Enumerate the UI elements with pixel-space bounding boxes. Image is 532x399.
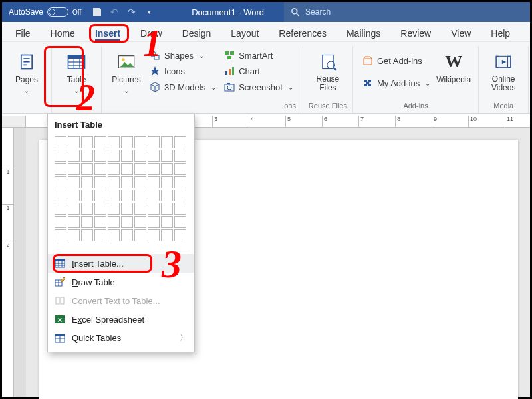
table-size-cell[interactable] [174,216,186,228]
table-size-cell[interactable] [161,163,173,175]
table-size-cell[interactable] [68,163,80,175]
tab-mailings[interactable]: Mailings [337,25,390,41]
table-size-cell[interactable] [94,136,106,148]
table-size-cell[interactable] [55,216,66,228]
table-size-cell[interactable] [108,176,120,188]
table-size-cell[interactable] [148,216,160,228]
table-size-cell[interactable] [161,229,173,241]
tab-view[interactable]: View [442,25,480,41]
table-size-cell[interactable] [121,136,133,148]
table-size-cell[interactable] [174,136,186,148]
table-size-cell[interactable] [108,216,120,228]
tab-file[interactable]: File [6,25,40,41]
table-button[interactable]: Table ⌄ [57,46,96,96]
tab-references[interactable]: References [269,25,336,41]
table-size-cell[interactable] [55,229,66,241]
table-size-cell[interactable] [148,229,160,241]
table-size-cell[interactable] [134,163,146,175]
table-size-cell[interactable] [81,163,93,175]
table-size-cell[interactable] [121,229,133,241]
get-addins-button[interactable]: Get Add-ins [360,54,433,67]
screenshot-button[interactable]: Screenshot⌄ [221,80,296,94]
table-size-cell[interactable] [81,150,93,162]
table-size-cell[interactable] [148,190,160,201]
table-size-cell[interactable] [174,150,186,162]
table-size-cell[interactable] [68,176,80,188]
qat-dropdown-icon[interactable]: ▾ [144,7,154,17]
tab-design[interactable]: Design [173,25,221,41]
tab-help[interactable]: Help [481,25,519,41]
table-size-grid[interactable] [48,134,194,248]
shapes-button[interactable]: Shapes⌄ [147,49,219,62]
table-size-cell[interactable] [121,190,133,201]
table-size-cell[interactable] [81,216,93,228]
online-videos-button[interactable]: Online Videos [484,46,523,94]
table-size-cell[interactable] [55,150,66,162]
3d-models-button[interactable]: 3D Models⌄ [147,80,219,94]
table-size-cell[interactable] [108,163,120,175]
table-size-cell[interactable] [94,150,106,162]
table-size-cell[interactable] [134,150,146,162]
table-size-cell[interactable] [134,190,146,201]
table-size-cell[interactable] [68,216,80,228]
pictures-button[interactable]: Pictures ⌄ [107,46,146,96]
tab-home[interactable]: Home [41,25,84,41]
table-size-cell[interactable] [121,163,133,175]
table-size-cell[interactable] [161,190,173,201]
table-size-cell[interactable] [121,176,133,188]
table-size-cell[interactable] [81,203,93,215]
table-size-cell[interactable] [134,176,146,188]
table-size-cell[interactable] [174,176,186,188]
table-size-cell[interactable] [108,136,120,148]
table-size-cell[interactable] [81,190,93,201]
reuse-files-button[interactable]: Reuse Files [309,46,347,94]
tab-insert[interactable]: Insert [86,25,130,41]
table-size-cell[interactable] [94,163,106,175]
table-size-cell[interactable] [81,136,93,148]
search-box[interactable]: Search [284,2,530,22]
wikipedia-button[interactable]: W Wikipedia [434,46,473,86]
table-size-cell[interactable] [148,176,160,188]
table-size-cell[interactable] [148,136,160,148]
table-size-cell[interactable] [55,203,66,215]
smartart-button[interactable]: SmartArt [221,49,296,62]
table-size-cell[interactable] [161,203,173,215]
redo-icon[interactable]: ↷ [126,7,137,17]
tab-review[interactable]: Review [391,25,440,41]
menu-excel-spreadsheet[interactable]: X Excel Spreadsheet [48,310,194,329]
menu-quick-tables[interactable]: Quick Tables 〉 [48,329,194,348]
table-size-cell[interactable] [81,229,93,241]
table-size-cell[interactable] [161,136,173,148]
table-size-cell[interactable] [68,229,80,241]
tab-layout[interactable]: Layout [221,25,268,41]
table-size-cell[interactable] [68,190,80,201]
table-size-cell[interactable] [148,163,160,175]
table-size-cell[interactable] [55,136,66,148]
table-size-cell[interactable] [108,203,120,215]
table-size-cell[interactable] [94,229,106,241]
table-size-cell[interactable] [81,176,93,188]
table-size-cell[interactable] [94,203,106,215]
table-size-cell[interactable] [68,136,80,148]
table-size-cell[interactable] [108,190,120,201]
table-size-cell[interactable] [134,136,146,148]
table-size-cell[interactable] [174,163,186,175]
vertical-ruler[interactable]: 1 1 2 [2,128,14,397]
table-size-cell[interactable] [121,216,133,228]
table-size-cell[interactable] [121,150,133,162]
my-addins-button[interactable]: My Add-ins⌄ [360,76,433,90]
table-size-cell[interactable] [55,176,66,188]
table-size-cell[interactable] [121,203,133,215]
table-size-cell[interactable] [55,190,66,201]
table-size-cell[interactable] [134,203,146,215]
table-size-cell[interactable] [68,203,80,215]
chart-button[interactable]: Chart [221,65,296,78]
table-size-cell[interactable] [161,150,173,162]
autosave-toggle[interactable]: AutoSave Off [2,7,88,17]
pages-button[interactable]: Pages ⌄ [7,46,46,96]
table-size-cell[interactable] [108,229,120,241]
tab-draw[interactable]: Draw [131,25,172,41]
table-size-cell[interactable] [174,203,186,215]
table-size-cell[interactable] [134,216,146,228]
undo-icon[interactable]: ↶ [109,7,120,17]
